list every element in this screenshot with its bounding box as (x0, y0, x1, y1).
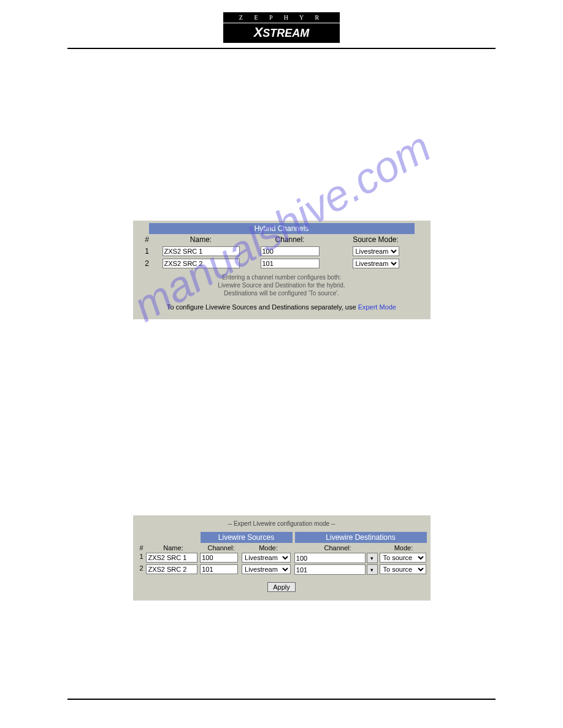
expert-title: -- Expert Livewire configuration mode -- (133, 520, 431, 527)
header-name: Name: (155, 235, 247, 244)
browse-icon[interactable]: ▾ (367, 564, 378, 575)
dst-mode-select[interactable]: To source (380, 564, 426, 574)
helper-text: Entering a channel number configures bot… (133, 273, 431, 297)
dst-channel-field[interactable] (294, 564, 366, 575)
column-headers: # Name: Channel: Mode: Channel: Mode: (137, 544, 427, 552)
header-divider (67, 48, 496, 49)
sources-header: Livewire Sources (201, 532, 293, 543)
mode-select[interactable]: Livestream (353, 259, 399, 268)
footer-divider (67, 699, 496, 700)
column-headers: # Name: Channel: Source Mode: (133, 234, 431, 245)
src-mode-select[interactable]: Livestream (242, 564, 291, 574)
row-num: 2 (139, 259, 155, 268)
expert-mode-line: To configure Livewire Sources and Destin… (133, 303, 431, 311)
logo-top: Z E P H Y R (223, 12, 340, 23)
header-num: # (139, 235, 155, 244)
channel-field[interactable] (261, 246, 320, 256)
mode-select[interactable]: Livestream (353, 246, 399, 256)
header-mode: Source Mode: (333, 235, 419, 244)
row-num: 1 (139, 247, 155, 256)
brand-logo: Z E P H Y R XSTREAM (0, 0, 563, 43)
table-row: 1 Livestream (133, 245, 431, 257)
src-mode-select[interactable]: Livestream (242, 553, 291, 563)
panel-title: Hybrid Channels (149, 223, 415, 234)
table-row: 2 Livestream (133, 257, 431, 270)
table-row: 1 Livestream ▾ To source (137, 553, 427, 563)
browse-icon[interactable]: ▾ (367, 553, 378, 563)
channel-field[interactable] (261, 259, 320, 268)
src-channel-field[interactable] (200, 564, 238, 574)
table-row: 2 Livestream ▾ To source (137, 564, 427, 575)
expert-mode-panel: -- Expert Livewire configuration mode --… (133, 515, 431, 601)
apply-button[interactable]: Apply (267, 582, 296, 592)
name-field[interactable] (146, 553, 197, 563)
name-field[interactable] (146, 564, 197, 574)
dst-channel-field[interactable] (294, 553, 366, 563)
row-num: 1 (137, 553, 147, 563)
src-channel-field[interactable] (200, 553, 238, 563)
row-num: 2 (137, 564, 147, 575)
hybrid-channels-panel: Hybrid Channels # Name: Channel: Source … (133, 221, 431, 319)
section-headers: Livewire Sources Livewire Destinations (137, 532, 427, 543)
destinations-header: Livewire Destinations (295, 532, 427, 543)
name-field[interactable] (163, 246, 240, 256)
dst-mode-select[interactable]: To source (380, 553, 426, 563)
logo-bottom: XSTREAM (223, 23, 340, 43)
header-channel: Channel: (247, 235, 333, 244)
name-field[interactable] (163, 259, 240, 268)
expert-mode-link[interactable]: Expert Mode (358, 303, 396, 311)
